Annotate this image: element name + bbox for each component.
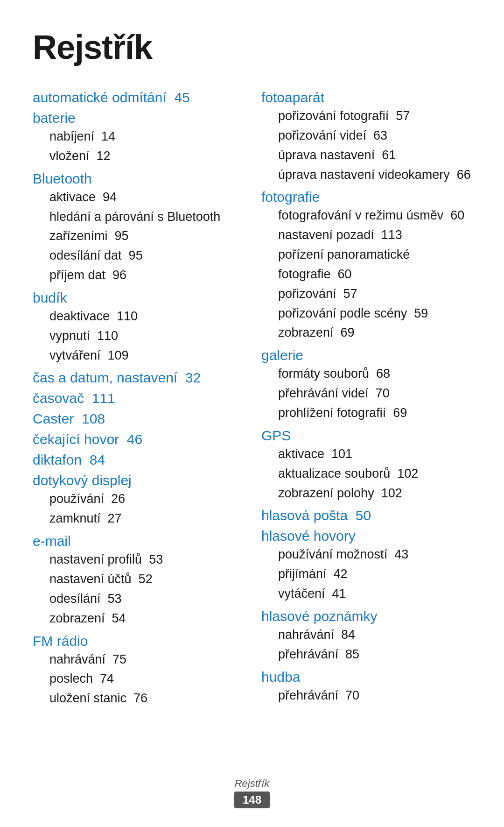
right-column: fotoaparátpořizování fotografií 57pořizo… — [261, 85, 471, 711]
sub-item: nastavení účtů 52 — [33, 570, 243, 589]
sub-item: formáty souborů 68 — [261, 364, 471, 384]
sub-item: zobrazení polohy 102 — [261, 484, 471, 503]
index-entry: časovač 111 — [33, 390, 243, 406]
sub-item: pořízení panoramatické fotografie 60 — [261, 245, 471, 284]
sub-item: vytváření 109 — [33, 346, 243, 366]
sub-item: úprava nastavení videokamery 66 — [261, 165, 471, 185]
index-entry: dotykový displejpoužívání 26zamknutí 27 — [33, 473, 243, 529]
sub-item: zobrazení 54 — [33, 609, 243, 629]
sub-item: pořizování podle scény 59 — [261, 304, 471, 324]
sub-item: přehrávání 70 — [261, 686, 471, 706]
sub-item: pořizování videí 63 — [261, 126, 471, 146]
sub-item: aktivace 101 — [261, 445, 471, 464]
sub-item: přijímání 42 — [261, 565, 471, 584]
index-entry: automatické odmítání 45 — [33, 90, 243, 106]
entry-header: čekající hovor 46 — [33, 431, 243, 447]
index-entry: fotografiefotografování v režimu úsměv 6… — [261, 189, 471, 343]
sub-item: používání 26 — [33, 489, 243, 509]
sub-item: zamknutí 27 — [33, 509, 243, 529]
sub-item: nastavení profilů 53 — [33, 550, 243, 570]
left-column: automatické odmítání 45baterienabíjení 1… — [33, 85, 261, 711]
sub-item: deaktivace 110 — [33, 307, 243, 326]
sub-item: odesílání dat 95 — [33, 246, 243, 266]
index-entry: hlasové hovorypoužívání možností 43přijí… — [261, 528, 471, 604]
sub-item: příjem dat 96 — [33, 266, 243, 285]
footer-label: Rejstřík — [0, 778, 504, 790]
entry-header: fotoaparát — [261, 90, 471, 106]
sub-item: nahrávání 75 — [33, 650, 243, 670]
page-title: Rejstřík — [33, 28, 471, 66]
entry-header: hudba — [261, 669, 471, 685]
entry-header: hlasová pošta 50 — [261, 508, 471, 523]
sub-item: přehrávání videí 70 — [261, 384, 471, 403]
index-entry: budíkdeaktivace 110vypnutí 110vytváření … — [33, 290, 243, 366]
page-footer: Rejstřík 148 — [0, 778, 504, 808]
sub-item: prohlížení fotografií 69 — [261, 403, 471, 423]
index-entry: hlasové poznámkynahrávání 84přehrávání 8… — [261, 608, 471, 664]
entry-header: FM rádio — [33, 633, 243, 649]
sub-item: nabíjení 14 — [33, 127, 243, 147]
sub-item: úprava nastavení 61 — [261, 146, 471, 165]
index-entry: hlasová pošta 50 — [261, 508, 471, 523]
sub-item: vytáčení 41 — [261, 584, 471, 604]
sub-item: zobrazení 69 — [261, 323, 471, 343]
sub-item: pořizování 57 — [261, 284, 471, 304]
footer-page-number: 148 — [234, 792, 270, 808]
sub-item: fotografování v režimu úsměv 60 — [261, 206, 471, 226]
entry-header: Caster 108 — [33, 411, 243, 427]
index-entry: FM rádionahrávání 75poslech 74uložení st… — [33, 633, 243, 709]
index-entry: fotoaparátpořizování fotografií 57pořizo… — [261, 90, 471, 184]
sub-item: hledání a párování s Bluetooth zařízením… — [33, 207, 243, 247]
entry-header: Bluetooth — [33, 171, 243, 187]
index-entry: Caster 108 — [33, 411, 243, 427]
index-entry: diktafon 84 — [33, 452, 243, 468]
entry-header: časovač 111 — [33, 390, 243, 406]
entry-header: diktafon 84 — [33, 452, 243, 468]
sub-item: pořizování fotografií 57 — [261, 106, 471, 126]
sub-item: nastavení pozadí 113 — [261, 226, 471, 245]
index-entry: Bluetoothaktivace 94hledání a párování s… — [33, 171, 243, 285]
entry-header: e-mail — [33, 533, 243, 549]
entry-header: automatické odmítání 45 — [33, 90, 243, 106]
entry-header: dotykový displej — [33, 473, 243, 488]
sub-item: nahrávání 84 — [261, 625, 471, 645]
index-entry: e-mailnastavení profilů 53nastavení účtů… — [33, 533, 243, 628]
entry-header: fotografie — [261, 189, 471, 205]
sub-item: používání možností 43 — [261, 545, 471, 565]
entry-header: galerie — [261, 347, 471, 363]
sub-item: odesílání 53 — [33, 589, 243, 609]
sub-item: uložení stanic 76 — [33, 689, 243, 708]
sub-item: aktivace 94 — [33, 188, 243, 207]
index-entry: hudbapřehrávání 70 — [261, 669, 471, 706]
sub-item: vypnutí 110 — [33, 326, 243, 346]
sub-item: poslech 74 — [33, 669, 243, 689]
sub-item: aktualizace souborů 102 — [261, 464, 471, 484]
entry-header: GPS — [261, 428, 471, 444]
entry-header: čas a datum, nastavení 32 — [33, 370, 243, 386]
index-entry: baterienabíjení 14vložení 12 — [33, 110, 243, 166]
index-columns: automatické odmítání 45baterienabíjení 1… — [33, 85, 471, 711]
entry-header: hlasové hovory — [261, 528, 471, 544]
index-entry: čas a datum, nastavení 32 — [33, 370, 243, 386]
sub-item: přehrávání 85 — [261, 645, 471, 664]
sub-item: vložení 12 — [33, 147, 243, 166]
entry-header: baterie — [33, 110, 243, 126]
index-entry: čekající hovor 46 — [33, 431, 243, 447]
index-entry: galerieformáty souborů 68přehrávání vide… — [261, 347, 471, 423]
entry-header: budík — [33, 290, 243, 306]
index-entry: GPSaktivace 101aktualizace souborů 102zo… — [261, 428, 471, 503]
entry-header: hlasové poznámky — [261, 608, 471, 624]
